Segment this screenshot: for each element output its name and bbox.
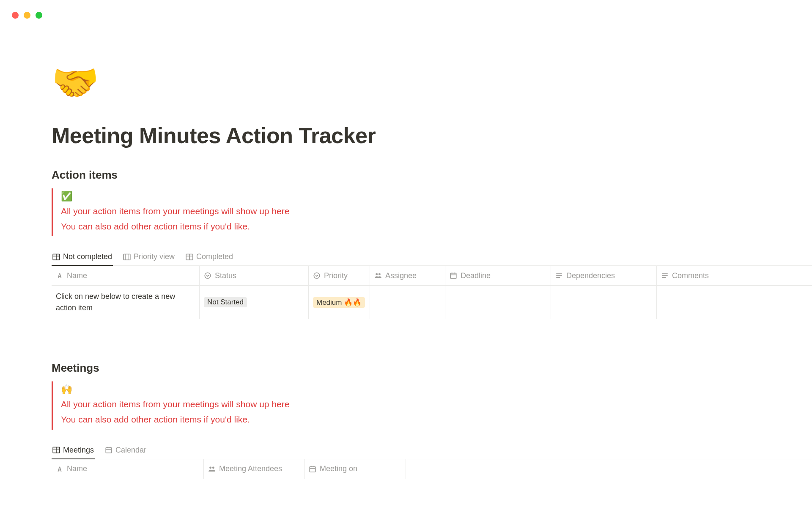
calendar-icon xyxy=(450,272,457,279)
close-window-button[interactable] xyxy=(12,12,19,19)
svg-point-30 xyxy=(209,467,211,469)
table-icon xyxy=(186,253,193,261)
action-items-heading[interactable]: Action items xyxy=(52,168,812,182)
calendar-icon xyxy=(309,465,316,473)
column-header-comments[interactable]: Comments xyxy=(657,266,771,285)
svg-point-10 xyxy=(314,273,320,279)
text-icon xyxy=(56,272,63,279)
column-label: Dependencies xyxy=(566,271,615,280)
cell-priority[interactable]: Medium 🔥🔥 xyxy=(309,286,370,319)
cell-comments[interactable] xyxy=(657,286,771,319)
callout-line: All your action items from your meetings… xyxy=(61,397,812,412)
action-items-callout[interactable]: ✅ All your action items from your meetin… xyxy=(52,188,812,236)
raised-hands-icon: 🙌 xyxy=(61,384,812,395)
svg-rect-32 xyxy=(310,467,315,472)
meetings-tabs: Meetings Calendar xyxy=(52,442,812,459)
column-label: Assignee xyxy=(385,271,417,280)
tab-label: Priority view xyxy=(134,252,175,261)
svg-point-9 xyxy=(205,273,211,279)
tab-label: Not completed xyxy=(63,252,112,261)
tab-not-completed[interactable]: Not completed xyxy=(52,249,113,265)
lines-icon xyxy=(661,272,669,279)
table-icon xyxy=(52,253,60,261)
lines-icon xyxy=(555,272,563,279)
page-content: 🤝 Meeting Minutes Action Tracker Action … xyxy=(0,0,812,479)
status-tag: Not Started xyxy=(204,297,247,307)
column-header-dependencies[interactable]: Dependencies xyxy=(551,266,657,285)
svg-point-11 xyxy=(376,273,378,276)
column-label: Priority xyxy=(324,271,348,280)
cell-deadline[interactable] xyxy=(445,286,551,319)
tab-calendar[interactable]: Calendar xyxy=(104,442,147,459)
column-label: Comments xyxy=(672,271,709,280)
table-row[interactable]: Click on new below to create a new actio… xyxy=(52,286,812,319)
tab-label: Meetings xyxy=(63,446,94,455)
board-icon xyxy=(123,253,131,261)
table-header-row: Name Status Priority Assignee xyxy=(52,266,812,286)
column-header-status[interactable]: Status xyxy=(200,266,309,285)
window-traffic-lights xyxy=(12,12,42,19)
page-title[interactable]: Meeting Minutes Action Tracker xyxy=(52,123,812,148)
svg-point-31 xyxy=(212,467,214,469)
select-icon xyxy=(313,272,321,279)
column-header-deadline[interactable]: Deadline xyxy=(445,266,551,285)
tab-meetings[interactable]: Meetings xyxy=(52,442,95,459)
person-icon xyxy=(208,465,216,473)
column-header-name[interactable]: Name xyxy=(52,459,204,479)
meetings-callout[interactable]: 🙌 All your action items from your meetin… xyxy=(52,381,812,429)
column-header-priority[interactable]: Priority xyxy=(309,266,370,285)
column-label: Deadline xyxy=(461,271,491,280)
calendar-icon xyxy=(105,446,112,454)
meetings-heading[interactable]: Meetings xyxy=(52,362,812,375)
column-header-name[interactable]: Name xyxy=(52,266,200,285)
column-header-attendees[interactable]: Meeting Attendees xyxy=(204,459,304,479)
column-header-assignee[interactable]: Assignee xyxy=(370,266,445,285)
action-items-table: Name Status Priority Assignee xyxy=(52,266,812,319)
svg-rect-3 xyxy=(123,254,130,260)
minimize-window-button[interactable] xyxy=(24,12,30,19)
column-header-meeting-on[interactable]: Meeting on xyxy=(304,459,406,479)
cell-name[interactable]: Click on new below to create a new actio… xyxy=(52,286,200,319)
svg-rect-26 xyxy=(106,448,112,453)
priority-tag: Medium 🔥🔥 xyxy=(313,297,365,308)
svg-point-12 xyxy=(379,273,381,276)
tab-label: Completed xyxy=(196,252,233,261)
checkmark-icon: ✅ xyxy=(61,191,812,202)
column-label: Name xyxy=(67,271,87,280)
action-items-tabs: Not completed Priority view Completed xyxy=(52,249,812,266)
maximize-window-button[interactable] xyxy=(36,12,42,19)
table-icon xyxy=(52,446,60,454)
person-icon xyxy=(374,272,382,279)
tab-label: Calendar xyxy=(115,446,146,455)
column-label: Status xyxy=(215,271,236,280)
tab-completed[interactable]: Completed xyxy=(185,249,234,265)
callout-line: You can also add other action items if y… xyxy=(61,219,812,234)
column-label: Name xyxy=(67,464,87,473)
text-icon xyxy=(56,465,63,473)
svg-rect-13 xyxy=(450,273,456,279)
select-icon xyxy=(204,272,211,279)
cell-dependencies[interactable] xyxy=(551,286,657,319)
column-label: Meeting Attendees xyxy=(219,464,282,473)
tab-priority-view[interactable]: Priority view xyxy=(122,249,176,265)
meetings-table: Name Meeting Attendees Meeting on xyxy=(52,459,812,479)
callout-line: All your action items from your meetings… xyxy=(61,204,812,219)
callout-line: You can also add other action items if y… xyxy=(61,412,812,427)
cell-status[interactable]: Not Started xyxy=(200,286,309,319)
table-header-row: Name Meeting Attendees Meeting on xyxy=(52,459,812,479)
cell-assignee[interactable] xyxy=(370,286,445,319)
page-icon[interactable]: 🤝 xyxy=(52,64,812,102)
column-label: Meeting on xyxy=(320,464,357,473)
